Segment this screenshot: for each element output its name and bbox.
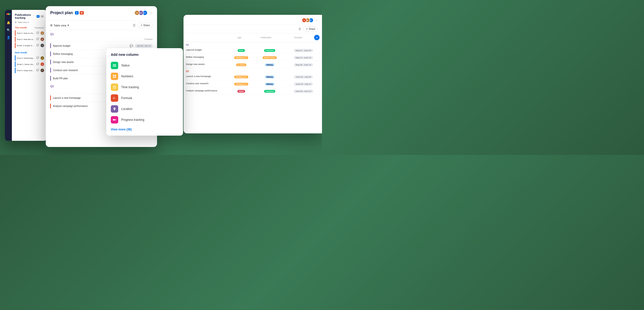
progress-tracking-icon xyxy=(111,116,118,124)
task-color-bar xyxy=(50,95,51,100)
task-color-bar xyxy=(50,60,51,64)
filter-icon[interactable]: ☰ xyxy=(133,24,136,27)
svg-rect-14 xyxy=(113,119,115,120)
view-label: Table view xyxy=(18,21,27,23)
task-color-bar xyxy=(50,104,51,108)
q1-group-label: Q1 xyxy=(186,42,320,46)
publication-status: Published xyxy=(264,90,275,93)
timeline-pill: May 09 - June 23 xyxy=(294,63,313,66)
badge-red: M xyxy=(80,11,84,14)
avatar: C xyxy=(40,44,44,47)
avatars-stack: A B C xyxy=(134,10,148,15)
sign-status: Stuck xyxy=(238,90,245,93)
chat-icon[interactable]: 💬 xyxy=(36,63,39,66)
time-tracking-column-option[interactable]: Time tracking xyxy=(111,82,178,93)
row-task-name: Refine messaging xyxy=(186,56,229,58)
timeline-pill: June 04 - July 05 xyxy=(294,75,313,79)
svg-point-1 xyxy=(8,13,9,15)
badge-blue: 1 xyxy=(75,11,79,14)
right-view-bar: ☰ ↗ Share xyxy=(184,25,322,33)
table-icon: ⊞ xyxy=(50,24,52,27)
comment-icon[interactable]: 💬 xyxy=(130,44,133,47)
table-row: Approve budget Done Published May 07 - J… xyxy=(186,46,320,54)
svg-rect-4 xyxy=(113,65,116,66)
chat-icon: 💬 xyxy=(36,44,39,47)
timeline-pill: May 07 - June 09 xyxy=(294,49,313,52)
q2-group-label: Q2 xyxy=(186,68,320,73)
svg-point-2 xyxy=(9,13,10,15)
pub-view-selector[interactable]: ⊞ Table view ▾ xyxy=(15,21,44,23)
badge-blue: 1 xyxy=(36,15,40,18)
this-month-header: This month Published xyxy=(15,26,44,29)
add-column-button[interactable]: + xyxy=(314,35,320,40)
chat-icon: 💬 xyxy=(36,38,39,41)
chevron-down-icon: ▾ xyxy=(28,21,29,23)
svg-text:fx: fx xyxy=(113,97,115,100)
avatar: D xyxy=(40,56,44,60)
view-more-link[interactable]: View more (36) xyxy=(111,128,178,131)
row-task-name: Approve budget xyxy=(186,49,229,51)
svg-rect-5 xyxy=(113,66,116,67)
svg-rect-9 xyxy=(115,77,116,78)
bell-icon[interactable]: 🔔 xyxy=(6,21,10,25)
filter-icon[interactable]: ☰ xyxy=(298,27,301,31)
pub-badges: 1 ✉ xyxy=(36,15,44,18)
svg-point-0 xyxy=(6,13,8,15)
location-label: Location xyxy=(121,107,132,111)
numbers-label: Numbers xyxy=(121,75,133,78)
avatar: A xyxy=(302,18,307,23)
pub-panel-title: Publications tracking xyxy=(15,13,36,19)
badge-gray: ✉ xyxy=(40,15,44,18)
row-task-name: Conduct user research xyxy=(186,82,229,85)
sign-status: Working on it xyxy=(234,56,248,59)
list-item: Post 3: How the most successful... 💬 B xyxy=(15,36,44,42)
publication-status: Waiting xyxy=(265,83,274,85)
share-icon: ↗ xyxy=(306,28,308,30)
table-row: Refine messaging Working on it Needs rev… xyxy=(186,54,320,61)
svg-point-12 xyxy=(114,108,115,109)
time-tracking-icon xyxy=(111,83,118,91)
chat-icon: 💬 xyxy=(36,69,39,72)
table-row: Analyze campaign performance Stuck Publi… xyxy=(186,87,320,94)
avatar: A xyxy=(40,31,44,35)
right-share-button[interactable]: ↗ Share xyxy=(303,26,318,32)
sidebar: 🔔 🔍 👤 xyxy=(5,10,12,141)
project-badges: 1 M xyxy=(75,11,84,14)
avatar: B xyxy=(40,37,44,41)
view-bar: ⊞ Table view ▾ ☰ ↗ Share xyxy=(46,21,157,30)
sign-status: Done xyxy=(238,49,245,52)
publication-status: Needs review xyxy=(263,56,277,59)
more-options-button[interactable]: ··· xyxy=(316,18,318,22)
status-column-option[interactable]: Status xyxy=(111,60,178,71)
location-column-option[interactable]: Location xyxy=(111,104,178,114)
col-header-timeline: Timeline xyxy=(282,36,314,39)
share-button[interactable]: ↗ Share xyxy=(138,23,152,28)
right-panel: A B C ··· ☰ ↗ Share sign Publication Tim… xyxy=(184,15,322,133)
location-icon xyxy=(111,105,118,113)
person-icon[interactable]: 👤 xyxy=(6,36,10,39)
publication-status: Published xyxy=(264,49,275,52)
table-row: Launch a new homepage Working on it Wait… xyxy=(186,73,320,80)
project-header: Project plan 1 M A B C ··· xyxy=(46,6,157,21)
search-icon[interactable]: 🔍 xyxy=(6,28,10,32)
avatar: E xyxy=(40,62,44,66)
project-title: Project plan 1 M xyxy=(50,11,84,15)
publication-status: Waiting xyxy=(265,63,274,66)
table-view-button[interactable]: ⊞ Table view ▾ xyxy=(50,24,69,27)
share-icon: ↗ xyxy=(140,24,142,27)
task-color-bar xyxy=(50,68,51,73)
timeline-pill: June 03 - July 12 xyxy=(294,83,313,86)
right-header: A B C ··· xyxy=(184,15,322,25)
svg-rect-8 xyxy=(113,77,114,78)
row-task-name: Analyze campaign performance xyxy=(186,89,229,92)
table-icon: ⊞ xyxy=(15,21,16,23)
more-options-button[interactable]: ··· xyxy=(150,11,152,15)
chat-icon: 💬 xyxy=(36,57,39,60)
formula-column-option[interactable]: fx Formula xyxy=(111,93,178,104)
chat-icon[interactable]: 💬 xyxy=(36,32,39,35)
list-item: Email 1: Never stop improving 💬 E xyxy=(15,61,44,67)
numbers-column-option[interactable]: Numbers xyxy=(111,71,178,82)
progress-tracking-column-option[interactable]: Progress tracking xyxy=(111,114,178,125)
project-title-row: Project plan 1 M A B C ··· xyxy=(50,10,152,15)
svg-rect-3 xyxy=(113,64,116,65)
